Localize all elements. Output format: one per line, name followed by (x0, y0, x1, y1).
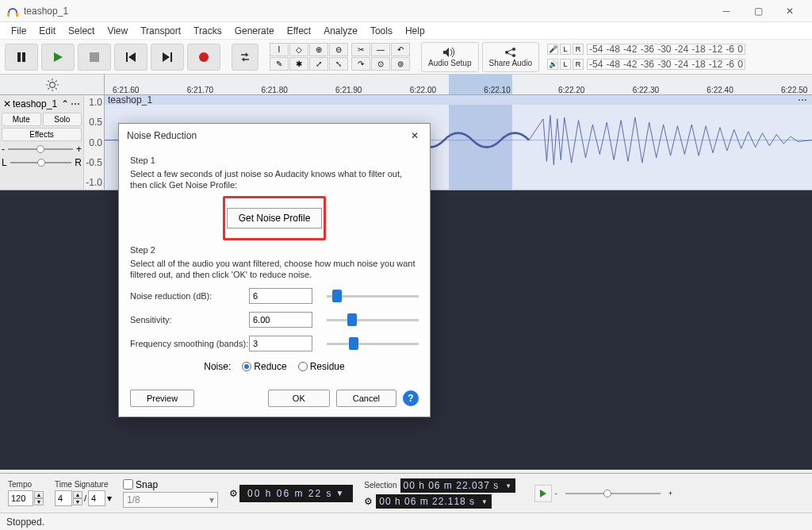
menu-edit[interactable]: Edit (33, 25, 62, 36)
time-gear-icon[interactable]: ⚙ (229, 488, 238, 499)
fit-sel-icon[interactable]: ⤢ (309, 57, 328, 71)
sensitivity-slider[interactable] (327, 319, 419, 321)
ok-button[interactable]: OK (268, 390, 330, 407)
svg-point-11 (49, 82, 55, 87)
status-text: Stopped. (6, 517, 44, 528)
track-collapse-icon[interactable]: ⌃ (61, 98, 69, 109)
trim-icon[interactable]: ✂ (351, 43, 370, 56)
loop-button[interactable] (232, 44, 259, 71)
frequency-smoothing-input[interactable] (249, 336, 312, 351)
clip-name: teashop_1 (108, 94, 152, 106)
pan-slider[interactable] (10, 162, 72, 163)
preview-button[interactable]: Preview (130, 390, 194, 407)
solo-button[interactable]: Solo (43, 113, 82, 126)
timesig-num[interactable]: ▲▼ (55, 490, 82, 506)
timeline-settings-icon[interactable] (45, 78, 59, 92)
minimize-button[interactable]: ─ (710, 0, 742, 22)
undo-icon[interactable]: ↶ (391, 43, 410, 56)
fit-proj-icon[interactable]: ⤡ (329, 57, 348, 71)
close-window-button[interactable]: ✕ (774, 0, 806, 22)
record-button[interactable] (187, 44, 220, 71)
playback-speed-slider[interactable] (565, 493, 661, 494)
dialog-close-icon[interactable]: ✕ (408, 129, 422, 143)
frequency-smoothing-slider[interactable] (327, 343, 419, 345)
snap-label: Snap (136, 479, 158, 490)
extra-tools[interactable]: ✂ ― ↶ ↷ ⊙ ⊚ (351, 43, 410, 71)
share-audio-button[interactable]: Share Audio (482, 42, 540, 72)
zoom-toggle2-icon[interactable]: ⊚ (391, 57, 410, 71)
audio-setup-button[interactable]: Audio Setup (421, 42, 479, 72)
menu-help[interactable]: Help (399, 25, 431, 36)
envelope-tool-icon[interactable]: ◇ (289, 43, 308, 56)
timeline-ruler-row: 6:21.60 6:21.70 6:21.80 6:21.90 6:22.00 … (0, 75, 812, 95)
menu-tracks[interactable]: Tracks (187, 25, 228, 36)
redo-icon[interactable]: ↷ (351, 57, 370, 71)
rec-r-icon: R (573, 44, 584, 55)
tempo-label: Tempo (8, 480, 44, 489)
sensitivity-input[interactable] (249, 312, 312, 328)
menu-file[interactable]: File (5, 25, 33, 36)
track-close-icon[interactable]: ✕ (3, 98, 11, 109)
draw-tool-icon[interactable]: ✎ (270, 57, 289, 71)
menu-view[interactable]: View (101, 25, 134, 36)
noise-reduction-slider[interactable] (327, 295, 419, 298)
clip-menu-icon[interactable]: ⋯ (798, 94, 807, 106)
step1-heading: Step 1 (130, 156, 419, 165)
maximize-button[interactable]: ▢ (742, 0, 774, 22)
mute-button[interactable]: Mute (2, 113, 41, 126)
menu-effect[interactable]: Effect (281, 25, 317, 36)
playback-meter[interactable]: -54-48-42-36-30-24-18-12-60 (587, 59, 745, 70)
track-name: teashop_1 (13, 98, 59, 109)
help-button[interactable]: ? (403, 390, 419, 406)
selection-tool-icon[interactable]: I (270, 43, 289, 56)
mic-icon[interactable]: 🎤 (547, 44, 558, 55)
menu-select[interactable]: Select (62, 25, 101, 36)
play-button[interactable] (41, 44, 75, 71)
zoomout-tool-icon[interactable]: ⊖ (329, 43, 348, 56)
noise-radio-label: Noise: (204, 361, 231, 372)
menu-analyze[interactable]: Analyze (317, 25, 364, 36)
svg-rect-2 (17, 52, 21, 62)
skip-start-button[interactable] (114, 44, 147, 71)
amplitude-scale: 1.00.50.0-0.5-1.0 (83, 95, 104, 190)
zoomin-tool-icon[interactable]: ⊕ (309, 43, 328, 56)
record-meter[interactable]: -54-48-42-36-30-24-18-12-60 (587, 44, 745, 55)
multi-tool-icon[interactable]: ✱ (289, 57, 308, 71)
residue-radio[interactable]: Residue (298, 361, 345, 372)
zoom-toggle-icon[interactable]: ⊙ (371, 57, 390, 71)
selection-end[interactable]: 00 h 06 m 22.118 s ▾ (376, 494, 491, 509)
cancel-button[interactable]: Cancel (336, 390, 396, 407)
timeline-ruler[interactable]: 6:21.60 6:21.70 6:21.80 6:21.90 6:22.00 … (105, 75, 812, 94)
svg-rect-6 (170, 52, 172, 62)
menu-transport[interactable]: Transport (134, 25, 187, 36)
edit-tools[interactable]: I ◇ ⊕ ⊖ ✎ ✱ ⤢ ⤡ (270, 43, 348, 71)
get-noise-profile-button[interactable]: Get Noise Profile (227, 208, 323, 229)
share-icon (504, 47, 518, 58)
reduce-radio[interactable]: Reduce (242, 361, 286, 372)
menu-generate[interactable]: Generate (228, 25, 281, 36)
speaker-icon (442, 47, 457, 58)
main-time-display[interactable]: 00 h 06 m 22 s▼ (239, 485, 353, 502)
timesig-den[interactable]: ▾ (88, 490, 112, 506)
dialog-title: Noise Reduction (127, 130, 197, 141)
tempo-input[interactable]: ▲▼ (8, 490, 44, 506)
snap-select[interactable]: 1/8▾ (123, 492, 218, 508)
track-menu-icon[interactable]: ⋯ (71, 98, 80, 109)
svg-rect-5 (126, 52, 128, 62)
snap-checkbox[interactable] (123, 479, 133, 490)
track-control-panel[interactable]: ✕ teashop_1 ⌃ ⋯ Mute Solo Effects -+ LR … (0, 95, 105, 190)
play-at-speed-button[interactable] (534, 485, 552, 502)
noise-reduction-input[interactable] (249, 288, 312, 304)
pause-button[interactable] (5, 44, 38, 71)
svg-point-7 (199, 52, 209, 62)
stop-button[interactable] (78, 44, 111, 71)
get-noise-profile-highlight: Get Noise Profile (223, 196, 327, 240)
selection-start[interactable]: 00 h 06 m 22.037 s ▾ (400, 478, 515, 493)
play-meter-icon[interactable]: 🔊 (547, 59, 558, 70)
menu-tools[interactable]: Tools (364, 25, 399, 36)
effects-button[interactable]: Effects (2, 128, 82, 141)
skip-end-button[interactable] (151, 44, 184, 71)
selection-gear-icon[interactable]: ⚙ (364, 496, 373, 507)
silence-icon[interactable]: ― (371, 43, 390, 56)
gain-slider[interactable] (8, 148, 73, 150)
